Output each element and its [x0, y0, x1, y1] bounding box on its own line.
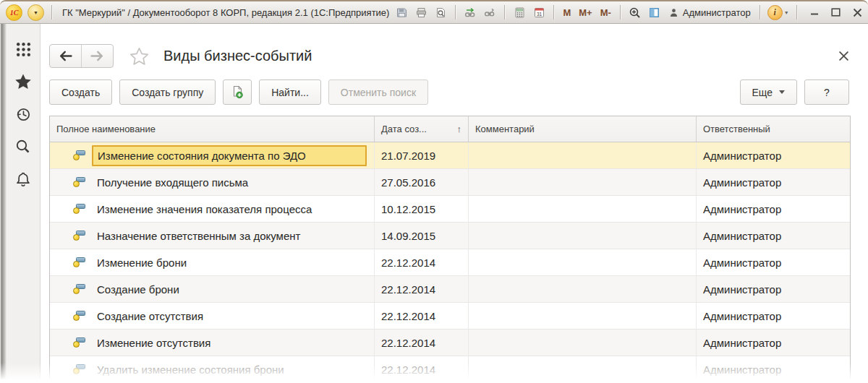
table-body: Изменение состояния документа по ЭДО 21.… [50, 142, 850, 383]
comment-cell [469, 223, 697, 249]
user-icon [668, 7, 679, 18]
table-row[interactable]: Создание отсутствия 22.12.2014 Администр… [50, 303, 850, 330]
memory-recall-button[interactable]: М [561, 4, 572, 20]
column-header-comment[interactable]: Комментарий [469, 116, 697, 142]
titlebar-separator [51, 5, 52, 20]
responsible-cell: Администратор [697, 196, 850, 222]
copy-item-button[interactable] [223, 79, 252, 105]
table-header: Полное наименование Дата соз... ↑ Коммен… [50, 116, 850, 142]
table-row[interactable]: Изменение значения показателя процесса 1… [50, 196, 850, 223]
current-user[interactable]: Администратор [667, 7, 752, 18]
business-events-table: Полное наименование Дата соз... ↑ Коммен… [49, 116, 851, 383]
user-name-label: Администратор [683, 7, 751, 18]
creation-date-cell: 27.05.2016 [375, 169, 469, 195]
table-row[interactable]: Изменение отсутствия 22.12.2014 Админист… [50, 330, 850, 356]
responsible-cell: Администратор [697, 276, 850, 302]
calendar-icon[interactable]: 31 [532, 4, 546, 20]
search-icon[interactable] [14, 138, 32, 155]
name-cell: Получение входящего письма [50, 169, 375, 195]
sidebar [7, 24, 41, 383]
chevron-down-icon: ▼ [784, 10, 789, 15]
table-row[interactable]: Получение входящего письма 27.05.2016 Ад… [50, 169, 850, 196]
info-button[interactable]: i ▼ [767, 4, 789, 20]
catalog-item-icon [73, 284, 85, 294]
name-cell: Изменение отсутствия [50, 330, 375, 356]
creation-date-cell: 14.09.2015 [375, 223, 469, 249]
event-name: Изменение отсутствия [92, 335, 216, 351]
name-cell: Создание брони [50, 276, 375, 302]
creation-date-cell: 22.12.2014 [375, 356, 469, 382]
find-button[interactable]: Найти... [259, 79, 321, 105]
chevron-down-icon [779, 90, 785, 94]
get-link-icon[interactable] [482, 4, 497, 20]
responsible-cell: Администратор [697, 356, 850, 382]
name-cell: Создание отсутствия [50, 303, 375, 329]
event-name: Удалить изменение состояния брони [92, 361, 289, 378]
cancel-search-button: Отменить поиск [328, 79, 428, 105]
creation-date-cell: 22.12.2014 [375, 330, 469, 356]
column-header-responsible[interactable]: Ответственный [697, 116, 850, 142]
maximize-button[interactable] [829, 4, 843, 20]
info-icon: i [767, 5, 783, 20]
app-window: 1С ▼ ГК "Меркурий" / Документооборот 8 К… [0, 0, 868, 383]
1c-logo-icon: 1С [6, 4, 22, 21]
name-cell: Изменение брони [50, 249, 375, 275]
apps-grid-icon[interactable] [14, 40, 32, 58]
add-to-favorites-star-icon[interactable] [129, 47, 149, 66]
name-cell: Удалить изменение состояния брони [50, 356, 375, 382]
create-button[interactable]: Создать [49, 79, 112, 105]
catalog-item-icon [73, 337, 85, 348]
print-preview-icon[interactable] [433, 4, 448, 20]
catalog-item-icon [73, 257, 85, 267]
memory-add-button[interactable]: М+ [577, 4, 593, 20]
name-cell: Изменение значения показателя процесса [50, 196, 375, 222]
table-row[interactable]: Изменение состояния документа по ЭДО 21.… [50, 142, 850, 169]
titlebar-separator [553, 5, 554, 20]
creation-date-cell: 21.07.2019 [375, 142, 469, 168]
catalog-item-icon [73, 177, 85, 187]
page-title: Виды бизнес-событий [163, 48, 312, 64]
minimize-button[interactable] [807, 4, 822, 20]
form-header: Виды бизнес-событий [41, 24, 868, 78]
table-row[interactable]: Изменение брони 22.12.2014 Администратор [50, 249, 850, 276]
responsible-cell: Администратор [697, 330, 850, 356]
column-header-name[interactable]: Полное наименование [50, 116, 375, 142]
comment-cell [469, 249, 697, 275]
event-name: Изменение значения показателя процесса [92, 201, 317, 218]
creation-date-cell: 22.12.2014 [375, 276, 469, 302]
table-row[interactable]: Назначение ответственным за документ 14.… [50, 223, 850, 249]
window-title: ГК "Меркурий" / Документооборот 8 КОРП, … [59, 7, 389, 18]
comment-cell [469, 330, 697, 356]
history-icon[interactable] [14, 106, 32, 123]
close-form-icon[interactable] [838, 51, 849, 61]
calculator-icon[interactable] [512, 4, 527, 20]
copy-document-icon [231, 85, 244, 99]
responsible-cell: Администратор [697, 223, 850, 249]
favorites-star-icon[interactable] [14, 73, 32, 90]
main-menu-button[interactable]: ▼ [27, 4, 44, 21]
back-button[interactable] [50, 45, 81, 67]
split-view-icon[interactable] [647, 4, 662, 20]
titlebar-separator [760, 5, 760, 20]
notifications-bell-icon[interactable] [14, 171, 32, 188]
creation-date-cell: 10.12.2015 [375, 196, 469, 222]
window-titlebar[interactable]: 1С ▼ ГК "Меркурий" / Документооборот 8 К… [0, 1, 868, 24]
print-icon[interactable] [414, 4, 428, 20]
table-row[interactable]: Удалить изменение состояния брони 22.12.… [50, 356, 850, 383]
zoom-icon[interactable] [628, 4, 642, 20]
column-header-date[interactable]: Дата соз... ↑ [375, 116, 469, 142]
help-button[interactable]: ? [804, 79, 849, 105]
memory-subtract-button[interactable]: М- [599, 4, 613, 20]
table-row[interactable]: Создание брони 22.12.2014 Администратор [50, 276, 850, 303]
create-group-button[interactable]: Создать группу [119, 79, 216, 105]
catalog-item-icon [73, 150, 85, 160]
save-icon[interactable] [394, 4, 409, 20]
add-link-icon[interactable] [463, 4, 477, 20]
comment-cell [469, 196, 697, 222]
titlebar-separator [620, 5, 621, 20]
forward-button[interactable] [81, 45, 113, 67]
creation-date-cell: 22.12.2014 [375, 303, 469, 329]
close-window-button[interactable] [851, 4, 865, 20]
creation-date-cell: 22.12.2014 [375, 249, 469, 275]
more-button[interactable]: Еще [740, 79, 798, 105]
